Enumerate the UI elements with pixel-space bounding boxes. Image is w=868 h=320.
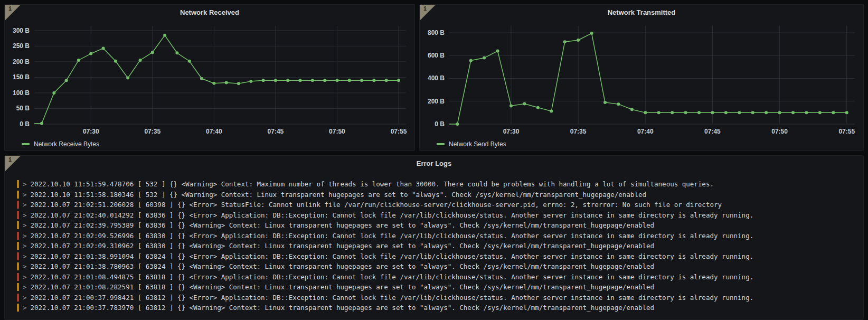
panel-title-error-logs[interactable]: Error Logs	[417, 159, 451, 167]
svg-text:250 B: 250 B	[13, 42, 30, 50]
log-level-bar-warning	[17, 262, 19, 270]
log-row[interactable]: >2022.10.07 21:01:08.494875 [ 63818 ] {}…	[17, 272, 859, 283]
legend-label[interactable]: Network Send Bytes	[449, 140, 506, 148]
expand-chevron-icon[interactable]: >	[23, 232, 27, 240]
svg-text:200 B: 200 B	[428, 98, 445, 105]
log-row[interactable]: >2022.10.07 21:02:40.014292 [ 63836 ] {}…	[17, 210, 859, 221]
log-message: 2022.10.07 21:01:38.991094 [ 63824 ] {} …	[31, 252, 754, 260]
info-icon: i	[8, 157, 12, 163]
svg-text:07:45: 07:45	[704, 128, 721, 135]
panel-title-network-transmitted[interactable]: Network Transmitted	[608, 8, 676, 16]
log-level-bar-warning	[17, 242, 19, 250]
panel-header: Error Logs	[5, 156, 863, 171]
grafana-dashboard: i Network Received 0 B50 B100 B150 B200 …	[0, 0, 868, 320]
log-level-bar-error	[17, 211, 19, 219]
expand-chevron-icon[interactable]: >	[23, 273, 27, 281]
log-level-bar-error	[17, 232, 19, 240]
log-level-bar-error	[17, 294, 19, 302]
log-row[interactable]: >2022.10.07 21:02:39.795389 [ 63836 ] {}…	[17, 220, 859, 231]
log-row[interactable]: >2022.10.07 21:01:08.282591 [ 63818 ] {}…	[17, 282, 859, 293]
top-panels-row: i Network Received 0 B50 B100 B150 B200 …	[4, 4, 864, 151]
network-received-chart[interactable]: 0 B50 B100 B150 B200 B250 B300 B07:3007:…	[5, 20, 414, 138]
log-level-bar-warning	[17, 180, 19, 188]
legend-network-transmitted: Network Send Bytes	[420, 138, 863, 150]
svg-text:300 B: 300 B	[13, 27, 30, 34]
svg-text:07:30: 07:30	[503, 128, 520, 135]
svg-text:07:50: 07:50	[329, 128, 345, 135]
chart-area: 0 B200 B400 B600 B800 B07:3007:3507:4007…	[420, 20, 863, 138]
log-rows: >2022.10.10 11:51:59.478706 [ 532 ] {} <…	[5, 171, 863, 319]
legend-line-swatch	[437, 143, 445, 145]
expand-chevron-icon[interactable]: >	[23, 221, 27, 229]
panel-header: Network Received	[5, 5, 414, 20]
svg-text:07:30: 07:30	[83, 128, 99, 135]
log-row[interactable]: >2022.10.07 21:01:38.991094 [ 63824 ] {}…	[17, 251, 859, 262]
expand-chevron-icon[interactable]: >	[23, 294, 27, 302]
svg-text:0 B: 0 B	[435, 120, 445, 128]
expand-chevron-icon[interactable]: >	[23, 252, 27, 260]
expand-chevron-icon[interactable]: >	[23, 191, 27, 199]
svg-text:07:35: 07:35	[144, 128, 161, 135]
expand-chevron-icon[interactable]: >	[23, 180, 27, 188]
panel-error-logs: i Error Logs >2022.10.10 11:51:59.478706…	[4, 155, 864, 320]
svg-text:07:40: 07:40	[206, 128, 222, 135]
info-icon: i	[423, 6, 427, 12]
log-row[interactable]: >2022.10.10 11:51:59.478706 [ 532 ] {} <…	[17, 179, 859, 190]
log-level-bar-warning	[17, 191, 19, 199]
svg-text:200 B: 200 B	[13, 58, 30, 65]
legend-line-swatch	[22, 143, 30, 145]
log-row[interactable]: >2022.10.07 21:02:09.526996 [ 63830 ] {}…	[17, 231, 859, 241]
log-message: 2022.10.07 21:02:09.310962 [ 63830 ] {} …	[31, 242, 655, 250]
log-row[interactable]: >2022.10.07 21:02:09.310962 [ 63830 ] {}…	[17, 241, 859, 251]
svg-text:07:40: 07:40	[637, 128, 654, 135]
network-transmitted-chart[interactable]: 0 B200 B400 B600 B800 B07:3007:3507:4007…	[420, 20, 863, 138]
log-level-bar-error	[17, 252, 19, 260]
svg-text:0 B: 0 B	[20, 120, 30, 128]
legend-network-received: Network Receive Bytes	[5, 138, 414, 150]
log-message: 2022.10.10 11:51:59.478706 [ 532 ] {} <W…	[31, 180, 714, 188]
info-icon: i	[8, 6, 12, 12]
log-row[interactable]: >2022.10.07 21:02:51.206028 [ 60398 ] {}…	[17, 200, 859, 210]
log-level-bar-error	[17, 201, 19, 209]
log-level-bar-warning	[17, 221, 19, 229]
log-message: 2022.10.10 11:51:58.180346 [ 532 ] {} <W…	[31, 191, 646, 199]
panel-header: Network Transmitted	[420, 5, 863, 20]
log-message: 2022.10.07 21:01:08.282591 [ 63818 ] {} …	[31, 283, 655, 291]
log-level-bar-error	[17, 273, 19, 281]
svg-text:50 B: 50 B	[16, 105, 30, 112]
expand-chevron-icon[interactable]: >	[23, 211, 27, 219]
expand-chevron-icon[interactable]: >	[23, 304, 27, 312]
panel-title-network-received[interactable]: Network Received	[180, 8, 239, 16]
log-level-bar-warning	[17, 283, 19, 291]
svg-text:07:35: 07:35	[570, 128, 587, 135]
svg-text:150 B: 150 B	[13, 73, 30, 81]
svg-text:07:45: 07:45	[268, 128, 284, 135]
panel-network-received: i Network Received 0 B50 B100 B150 B200 …	[4, 4, 415, 151]
legend-label[interactable]: Network Receive Bytes	[34, 140, 99, 148]
panel-network-transmitted: i Network Transmitted 0 B200 B400 B600 B…	[419, 4, 864, 151]
svg-text:400 B: 400 B	[428, 74, 445, 82]
log-row[interactable]: >2022.10.07 21:01:38.780963 [ 63824 ] {}…	[17, 261, 859, 272]
expand-chevron-icon[interactable]: >	[23, 242, 27, 250]
log-message: 2022.10.07 21:01:38.780963 [ 63824 ] {} …	[31, 262, 655, 270]
expand-chevron-icon[interactable]: >	[23, 283, 27, 291]
log-message: 2022.10.07 21:00:37.998421 [ 63812 ] {} …	[31, 294, 754, 302]
log-message: 2022.10.07 21:02:51.206028 [ 60398 ] {} …	[31, 201, 722, 209]
log-row[interactable]: >2022.10.10 11:51:58.180346 [ 532 ] {} <…	[17, 190, 859, 200]
svg-text:600 B: 600 B	[428, 52, 445, 59]
expand-chevron-icon[interactable]: >	[23, 201, 27, 209]
log-message: 2022.10.07 21:00:37.783970 [ 63812 ] {} …	[31, 304, 655, 312]
log-level-bar-warning	[17, 304, 19, 312]
svg-text:07:50: 07:50	[771, 128, 788, 135]
log-message: 2022.10.07 21:02:39.795389 [ 63836 ] {} …	[31, 221, 655, 229]
svg-text:800 B: 800 B	[428, 29, 445, 36]
log-row[interactable]: >2022.10.07 21:00:37.998421 [ 63812 ] {}…	[17, 293, 859, 303]
log-message: 2022.10.07 21:02:09.526996 [ 63830 ] {} …	[31, 232, 754, 240]
chart-area: 0 B50 B100 B150 B200 B250 B300 B07:3007:…	[5, 20, 414, 138]
expand-chevron-icon[interactable]: >	[23, 262, 27, 270]
svg-text:100 B: 100 B	[13, 89, 30, 97]
log-row[interactable]: >2022.10.07 21:00:37.783970 [ 63812 ] {}…	[17, 303, 859, 313]
log-message: 2022.10.07 21:02:40.014292 [ 63836 ] {} …	[31, 211, 754, 219]
svg-text:07:55: 07:55	[838, 128, 855, 135]
svg-text:07:55: 07:55	[391, 128, 407, 135]
